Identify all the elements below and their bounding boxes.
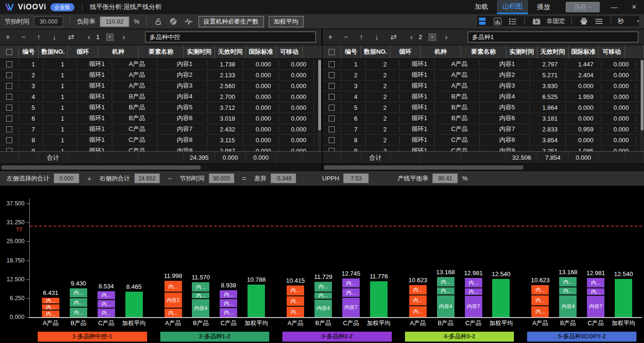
table-row[interactable]: 92循环1C产品内容92.2511.0850.000✓有 [322, 146, 644, 151]
row-select-checkbox[interactable] [6, 61, 12, 67]
swap-button-icon[interactable]: ⇄ [390, 33, 406, 41]
row-select-checkbox[interactable] [6, 115, 12, 122]
vertical-scrollbar-thumb[interactable] [318, 60, 321, 131]
table-row[interactable]: 71循环1C产品内容72.4320.0000.000✓有 [0, 124, 322, 135]
next-page-button[interactable]: › [445, 33, 448, 42]
bar-segment: 内... [409, 295, 427, 306]
table-row[interactable]: 72循环1C产品内容72.8330.9590.000✓有 [322, 124, 644, 135]
nav-load[interactable]: 加载 [466, 0, 497, 14]
row-select-checkbox[interactable] [329, 126, 335, 132]
row-select-checkbox[interactable] [329, 61, 335, 67]
table-row[interactable]: 81循环1C产品内容83.1150.0000.000✓有 [0, 135, 322, 146]
remove-row-button-icon[interactable]: − [344, 33, 359, 41]
table-row[interactable]: 62循环1B产品内容63.1810.0000.000✓有 [322, 113, 644, 124]
prev-page-button[interactable]: ‹ [410, 33, 413, 42]
station-label[interactable]: 2-多品种1-2 [160, 332, 270, 342]
add-row-button-icon[interactable]: + [328, 33, 344, 41]
station-label[interactable]: 4-多品种3-2 [405, 332, 514, 342]
close-button[interactable]: × [624, 0, 644, 14]
row-select-checkbox[interactable] [329, 148, 335, 152]
row-select-checkbox[interactable] [6, 94, 12, 100]
swap-button-icon[interactable]: ⇄ [68, 33, 83, 41]
menu-icon[interactable] [594, 16, 604, 26]
total-empty-cell [276, 152, 303, 163]
printer-icon[interactable] [578, 16, 589, 26]
table-row[interactable]: 11循环1A产品内容11.7380.0000.000✓准 [0, 59, 322, 70]
time-unit-caret-icon[interactable]: ▾ [637, 19, 639, 24]
row-select-checkbox[interactable] [6, 137, 12, 143]
set-production-count-button[interactable]: 设置机种必要生产数 [198, 16, 264, 27]
remove-row-button-icon[interactable]: − [21, 33, 37, 41]
move-down-button-icon[interactable]: ↓ [52, 33, 68, 41]
cell-standard: 0.000 [284, 61, 314, 68]
row-select-checkbox[interactable] [6, 72, 12, 78]
table-row[interactable]: 32循环1A产品内容33.9300.0000.000✓附 [322, 81, 644, 91]
row-select-checkbox[interactable] [6, 126, 12, 132]
table-row[interactable]: 22循环1A产品内容25.2712.4040.000✓有 [322, 70, 644, 81]
table-row[interactable]: 61循环1B产品内容63.0180.0000.000✓有 [0, 113, 322, 124]
process-name-input[interactable] [145, 32, 316, 42]
bar-chart-view-icon[interactable] [492, 16, 503, 26]
table-row[interactable]: 82循环1C产品内容83.8540.0000.000✓附 [322, 135, 644, 146]
add-row-button-icon[interactable]: + [6, 33, 21, 41]
clear-slash-icon[interactable] [168, 16, 179, 27]
horizontal-scrollbar-thumb[interactable] [324, 165, 523, 170]
yamazumi-view-icon[interactable] [477, 16, 487, 26]
save-button[interactable]: 保存 ▾ [566, 2, 600, 12]
lock-icon[interactable] [153, 16, 164, 27]
table-row[interactable]: 42循环1B产品内容46.5251.9590.000✓有 [322, 91, 644, 102]
nav-play[interactable]: 播放 [528, 0, 559, 14]
row-select-checkbox[interactable] [6, 105, 12, 111]
video-clip-icon[interactable] [531, 16, 542, 26]
table-row[interactable]: 41循环1B产品内容42.7000.0000.000✓有 [0, 91, 322, 102]
table-row[interactable]: 52循环1B产品内容51.8640.0000.000✓ [322, 102, 644, 113]
bar-segment: 内容7 [587, 296, 604, 317]
row-select-checkbox[interactable] [329, 115, 335, 122]
cell-measured: 3.115 [212, 137, 243, 144]
process-name-input[interactable] [468, 32, 638, 42]
bar-column: 10.623内...内...内... [404, 277, 432, 317]
horizontal-scrollbar[interactable] [0, 163, 322, 171]
table-row[interactable]: 12循环1A产品内容12.7971.4470.000✓有 [322, 59, 644, 70]
time-unit-label[interactable]: 秒 [618, 17, 624, 25]
cell-element: 内容2 [485, 71, 530, 79]
row-select-checkbox[interactable] [329, 72, 335, 78]
fixed-mode-label[interactable]: 非固定 [546, 17, 565, 25]
weighted-average-button[interactable]: 加权平均 [269, 16, 304, 27]
row-select-checkbox[interactable] [329, 137, 335, 143]
page-dropdown[interactable]: ▾ [429, 33, 436, 41]
cell-model: B产品 [439, 114, 480, 122]
select-all-checkbox[interactable] [6, 49, 12, 55]
station-label[interactable]: 1-多品种中控-1 [38, 332, 147, 342]
bar-segment: 内... [98, 291, 115, 300]
waveform-icon[interactable] [183, 16, 194, 27]
move-down-button-icon[interactable]: ↓ [375, 33, 390, 41]
table-row[interactable]: 21循环1A产品内容22.1330.0000.000✓附 [0, 70, 322, 81]
move-up-button-icon[interactable]: ↑ [359, 33, 375, 41]
load-rate-input[interactable] [100, 16, 129, 27]
page-dropdown[interactable]: ▾ [106, 33, 114, 41]
row-select-checkbox[interactable] [6, 148, 12, 152]
select-all-checkbox[interactable] [329, 49, 335, 55]
minimize-button[interactable]: — [604, 0, 624, 14]
row-select-checkbox[interactable] [329, 105, 335, 111]
move-up-button-icon[interactable]: ↑ [37, 33, 52, 41]
vertical-scrollbar[interactable] [640, 59, 644, 151]
prev-page-button[interactable]: ‹ [88, 33, 91, 42]
station-label[interactable]: 3-多品种2-2 [282, 332, 392, 342]
table-row[interactable]: 91循环1C产品内容92.9870.0000.000✓有 [0, 146, 322, 151]
station-label[interactable]: 5-多品种3COPY-2 [527, 332, 636, 342]
next-page-button[interactable]: › [123, 33, 125, 42]
row-select-checkbox[interactable] [329, 94, 335, 100]
table-row[interactable]: 51循环1B产品内容53.7120.0000.000✓有 [0, 102, 322, 113]
list-view-icon[interactable] [507, 16, 518, 26]
horizontal-scrollbar-thumb[interactable] [1, 165, 201, 170]
row-select-checkbox[interactable] [329, 83, 335, 89]
table-row[interactable]: 31循环1A产品内容32.5600.0000.000✓有 [0, 81, 322, 91]
takt-time-input[interactable] [34, 16, 63, 27]
vertical-scrollbar[interactable] [318, 59, 322, 151]
nav-yamazumi[interactable]: 山积图 [497, 0, 528, 14]
row-select-checkbox[interactable] [6, 83, 12, 89]
horizontal-scrollbar[interactable] [322, 163, 644, 171]
vertical-scrollbar-thumb[interactable] [641, 60, 644, 131]
